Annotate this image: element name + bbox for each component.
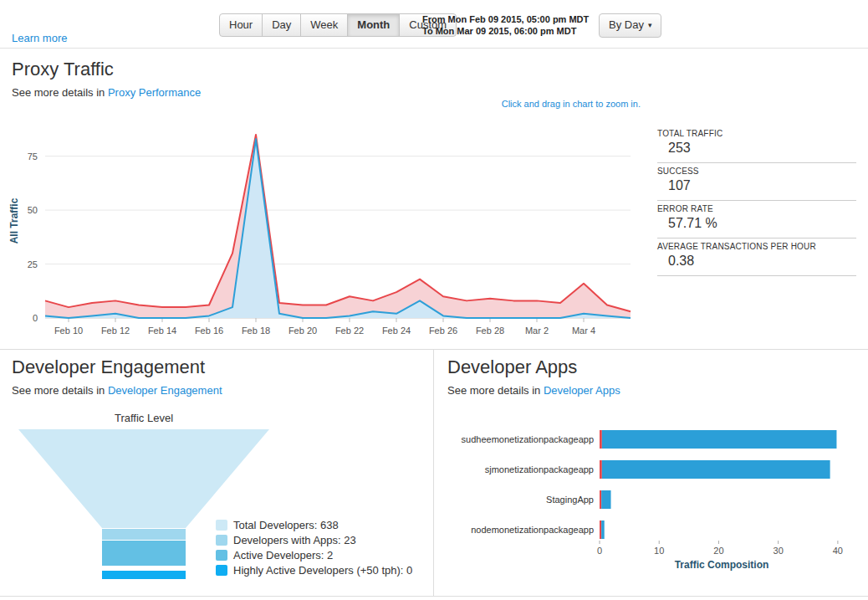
developer-apps-link[interactable]: Developer Apps — [544, 384, 620, 397]
x-tick-label: Feb 12 — [101, 326, 130, 336]
developer-apps-title: Developer Apps — [447, 350, 855, 378]
developer-apps-chart: 010203040sudheemonetizationpackageappsjm… — [436, 422, 858, 577]
error-bar — [600, 490, 601, 509]
top-toolbar: Learn more Hour Day Week Month Custom Fr… — [0, 0, 868, 49]
stat-value: 57.71 % — [657, 216, 856, 231]
stat-error-rate: ERROR RATE 57.71 % — [657, 201, 856, 238]
legend-item: Developers with Apps: 23 — [216, 532, 412, 547]
range-button-day[interactable]: Day — [262, 13, 301, 37]
bar-category-label: sudheemonetizationpackageapp — [462, 434, 594, 444]
stat-label: SUCCESS — [657, 167, 856, 176]
funnel-legend: Total Developers: 638Developers with App… — [216, 517, 412, 577]
legend-item: Highly Active Developers (+50 tph): 0 — [216, 562, 412, 577]
legend-swatch — [216, 520, 227, 531]
legend-item: Active Developers: 2 — [216, 547, 412, 562]
bar-category-label: nodemonetizationpackageapp — [471, 525, 594, 535]
range-button-month[interactable]: Month — [347, 13, 400, 37]
stat-label: AVERAGE TRANSACTIONS PER HOUR — [657, 242, 856, 251]
x-tick-label: Feb 10 — [54, 326, 83, 336]
x-tick-label: 40 — [833, 546, 843, 556]
developer-engagement-title: Developer Engagement — [12, 350, 421, 378]
x-tick-label: Feb 18 — [242, 326, 270, 336]
date-to-label: To Mon Mar 09 2015, 06:00 pm MDT — [422, 25, 589, 37]
range-button-group: Hour Day Week Month Custom — [219, 13, 457, 37]
y-tick-label: 0 — [33, 313, 38, 323]
success-bar — [601, 490, 610, 509]
developer-engagement-link[interactable]: Developer Engagement — [108, 384, 222, 397]
legend-label: Active Developers: 2 — [233, 549, 333, 562]
all-traffic-line — [45, 135, 631, 311]
funnel-title: Traffic Level — [18, 412, 269, 424]
subtitle-text: See more details in — [447, 384, 544, 397]
bar-category-label: StagingApp — [546, 495, 594, 505]
range-button-week[interactable]: Week — [300, 13, 348, 37]
all-traffic-area — [45, 135, 631, 318]
stat-label: TOTAL TRAFFIC — [657, 129, 856, 138]
bar-category-label: sjmonetizationpackageapp — [485, 464, 594, 474]
stat-success: SUCCESS 107 — [657, 163, 856, 201]
caret-down-icon: ▾ — [648, 18, 652, 32]
x-tick-label: 30 — [774, 546, 784, 556]
legend-swatch — [216, 550, 227, 561]
x-tick-label: Feb 22 — [335, 326, 364, 336]
y-tick-label: 25 — [28, 259, 38, 269]
error-bar — [600, 430, 602, 449]
subtitle-text: See more details in — [12, 384, 108, 397]
legend-label: Developers with Apps: 23 — [233, 534, 356, 546]
x-tick-label: 10 — [654, 546, 664, 556]
success-traffic-area — [45, 139, 631, 318]
range-button-hour[interactable]: Hour — [219, 13, 263, 37]
by-day-dropdown[interactable]: By Day▾ — [599, 13, 661, 38]
funnel-segment-developers-with-apps — [102, 529, 186, 540]
x-tick-label: 20 — [713, 546, 723, 556]
bottom-divider — [0, 596, 868, 600]
apps-subtitle: See more details in Developer Apps — [447, 384, 855, 397]
proxy-traffic-section: Proxy Traffic See more details in Proxy … — [0, 49, 868, 350]
success-bar — [602, 430, 837, 449]
proxy-traffic-chart[interactable]: 0255075Feb 10Feb 12Feb 14Feb 16Feb 18Feb… — [7, 112, 642, 345]
success-bar — [601, 521, 605, 539]
by-day-label: By Day — [609, 18, 644, 31]
engagement-subtitle: See more details in Developer Engagement — [12, 384, 421, 397]
bottom-panels: Developer Engagement See more details in… — [0, 350, 868, 596]
date-range-label: From Mon Feb 09 2015, 05:00 pm MDT To Mo… — [422, 13, 589, 37]
x-tick-label: Feb 28 — [476, 326, 504, 336]
x-tick-label: Feb 24 — [382, 326, 411, 336]
funnel-segment-active-developers — [102, 541, 186, 566]
developer-apps-section: Developer Apps See more details in Devel… — [434, 350, 868, 596]
x-tick-label: Mar 4 — [572, 326, 595, 336]
x-axis-title: Traffic Composition — [675, 559, 769, 571]
success-bar — [602, 460, 830, 479]
funnel-segment-total-developers — [18, 429, 269, 528]
stat-label: ERROR RATE — [657, 204, 856, 213]
x-tick-label: Feb 16 — [195, 326, 223, 336]
zoom-hint: Click and drag in chart to zoom in. — [12, 99, 641, 109]
x-tick-label: Feb 26 — [429, 326, 457, 336]
legend-item: Total Developers: 638 — [216, 517, 412, 532]
legend-swatch — [216, 535, 227, 546]
stat-total-traffic: TOTAL TRAFFIC 253 — [657, 126, 856, 163]
proxy-traffic-title: Proxy Traffic — [12, 49, 856, 80]
legend-swatch — [216, 565, 227, 576]
error-bar — [600, 460, 602, 479]
legend-label: Highly Active Developers (+50 tph): 0 — [233, 564, 412, 577]
learn-more-link[interactable]: Learn more — [12, 32, 67, 44]
x-tick-label: 0 — [597, 546, 602, 556]
stat-avg-tph: AVERAGE TRANSACTIONS PER HOUR 0.38 — [657, 238, 856, 276]
subtitle-text: See more details in — [12, 86, 108, 99]
funnel-segment-highly-active-developers — [102, 571, 186, 579]
traffic-stats-panel: TOTAL TRAFFIC 253 SUCCESS 107 ERROR RATE… — [657, 126, 856, 276]
developer-engagement-section: Developer Engagement See more details in… — [0, 350, 434, 596]
y-tick-label: 50 — [28, 205, 38, 215]
success-traffic-line — [45, 139, 631, 318]
stat-value: 0.38 — [657, 254, 856, 269]
y-tick-label: 75 — [28, 151, 38, 162]
legend-label: Total Developers: 638 — [233, 519, 339, 531]
error-bar — [600, 521, 601, 539]
proxy-performance-link[interactable]: Proxy Performance — [108, 86, 201, 99]
stat-value: 253 — [657, 141, 856, 156]
x-tick-label: Feb 14 — [148, 326, 176, 336]
y-axis-title: All Traffic — [8, 197, 20, 244]
proxy-subtitle: See more details in Proxy Performance — [12, 86, 856, 99]
stat-value: 107 — [657, 178, 856, 193]
